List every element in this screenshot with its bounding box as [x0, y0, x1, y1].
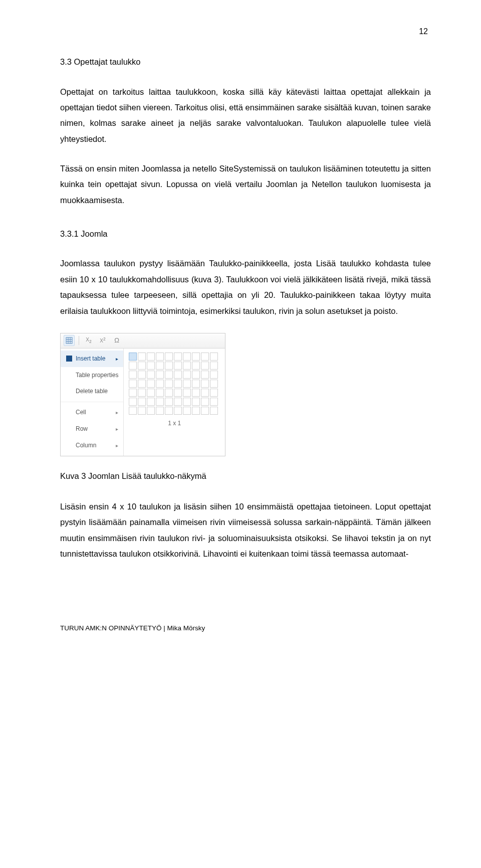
grid-cell[interactable]: [165, 407, 173, 415]
toolbar-subscript-button[interactable]: X2: [83, 335, 94, 346]
grid-cell[interactable]: [156, 371, 164, 379]
grid-cell[interactable]: [156, 398, 164, 406]
toolbar-superscript-button[interactable]: X2: [97, 335, 108, 346]
grid-cell[interactable]: [147, 380, 155, 388]
grid-cell[interactable]: [147, 371, 155, 379]
grid-cell[interactable]: [129, 362, 137, 370]
grid-cell[interactable]: [147, 407, 155, 415]
grid-cell[interactable]: [210, 353, 218, 361]
grid-cell[interactable]: [174, 380, 182, 388]
paragraph-2: Tässä on ensin miten Joomlassa ja netell…: [60, 161, 431, 208]
grid-cell[interactable]: [174, 398, 182, 406]
grid-cell[interactable]: [165, 371, 173, 379]
grid-cell[interactable]: [156, 353, 164, 361]
toolbar-table-button[interactable]: [64, 335, 75, 346]
grid-cell[interactable]: [192, 407, 200, 415]
grid-cell[interactable]: [183, 389, 191, 397]
grid-cell[interactable]: [138, 371, 146, 379]
grid-cell[interactable]: [183, 380, 191, 388]
grid-cell[interactable]: [192, 362, 200, 370]
chevron-right-icon: ▸: [116, 354, 118, 364]
grid-cell[interactable]: [174, 371, 182, 379]
grid-cell[interactable]: [174, 389, 182, 397]
grid-cell[interactable]: [183, 362, 191, 370]
grid-cell[interactable]: [156, 389, 164, 397]
menu-delete-table[interactable]: Delete table: [61, 383, 123, 400]
grid-cell[interactable]: [129, 407, 137, 415]
figure-3-caption: Kuva 3 Joomlan Lisää taulukko-näkymä: [60, 468, 431, 484]
menu-label: Column: [76, 440, 96, 451]
grid-cell[interactable]: [165, 398, 173, 406]
table-size-grid[interactable]: [129, 353, 220, 415]
menu-label: Row: [76, 423, 88, 435]
grid-cell[interactable]: [147, 362, 155, 370]
paragraph-3: Joomlassa taulukon pystyy lisäämään Taul…: [60, 256, 431, 318]
grid-cell[interactable]: [174, 407, 182, 415]
grid-cell[interactable]: [147, 398, 155, 406]
grid-cell[interactable]: [183, 407, 191, 415]
superscript-icon: X2: [100, 335, 105, 345]
blank-icon: [66, 372, 73, 379]
footer-attribution: TURUN AMK:N OPINNÄYTETYÖ | Mika Mörsky: [60, 622, 431, 635]
grid-cell[interactable]: [210, 380, 218, 388]
grid-cell[interactable]: [129, 389, 137, 397]
subscript-icon: X2: [86, 335, 91, 346]
grid-cell[interactable]: [183, 353, 191, 361]
table-menu-column: Insert table ▸ Table properties Delete t…: [61, 349, 124, 456]
grid-cell[interactable]: [165, 353, 173, 361]
blank-icon: [66, 425, 73, 432]
grid-cell[interactable]: [201, 407, 209, 415]
grid-cell[interactable]: [129, 371, 137, 379]
grid-cell[interactable]: [129, 380, 137, 388]
grid-cell[interactable]: [210, 362, 218, 370]
grid-cell[interactable]: [201, 362, 209, 370]
page-number: 12: [60, 24, 431, 39]
grid-cell[interactable]: [129, 398, 137, 406]
grid-cell[interactable]: [138, 398, 146, 406]
menu-table-properties[interactable]: Table properties: [61, 367, 123, 384]
grid-cell[interactable]: [192, 398, 200, 406]
grid-cell[interactable]: [183, 371, 191, 379]
grid-cell[interactable]: [174, 362, 182, 370]
grid-cell[interactable]: [201, 398, 209, 406]
grid-cell[interactable]: [138, 407, 146, 415]
menu-label: Cell: [76, 407, 86, 418]
grid-cell[interactable]: [192, 389, 200, 397]
grid-cell[interactable]: [165, 389, 173, 397]
menu-row[interactable]: Row ▸: [61, 421, 123, 437]
grid-cell[interactable]: [201, 389, 209, 397]
grid-cell[interactable]: [156, 362, 164, 370]
grid-cell[interactable]: [138, 380, 146, 388]
grid-cell[interactable]: [201, 353, 209, 361]
grid-cell[interactable]: [147, 389, 155, 397]
editor-table-dropdown: X2 X2 Ω Insert table ▸: [60, 333, 225, 456]
toolbar-omega-button[interactable]: Ω: [111, 335, 122, 346]
grid-cell[interactable]: [174, 353, 182, 361]
grid-cell[interactable]: [192, 371, 200, 379]
grid-cell[interactable]: [210, 398, 218, 406]
grid-cell[interactable]: [156, 407, 164, 415]
omega-icon: Ω: [114, 334, 119, 347]
chevron-right-icon: ▸: [116, 441, 118, 450]
grid-cell[interactable]: [201, 380, 209, 388]
grid-cell[interactable]: [138, 353, 146, 361]
grid-cell[interactable]: [210, 371, 218, 379]
grid-cell[interactable]: [210, 389, 218, 397]
grid-cell[interactable]: [192, 353, 200, 361]
grid-cell[interactable]: [183, 398, 191, 406]
grid-cell[interactable]: [165, 380, 173, 388]
grid-cell[interactable]: [201, 371, 209, 379]
blank-icon: [66, 409, 73, 416]
grid-cell[interactable]: [129, 353, 137, 361]
grid-cell[interactable]: [138, 362, 146, 370]
grid-cell[interactable]: [147, 353, 155, 361]
grid-cell[interactable]: [165, 362, 173, 370]
grid-cell[interactable]: [210, 407, 218, 415]
menu-column[interactable]: Column ▸: [61, 437, 123, 454]
grid-cell[interactable]: [156, 380, 164, 388]
menu-cell[interactable]: Cell ▸: [61, 404, 123, 421]
menu-insert-table[interactable]: Insert table ▸: [61, 351, 123, 367]
grid-cell[interactable]: [138, 389, 146, 397]
grid-cell[interactable]: [192, 380, 200, 388]
paragraph-4: Lisäsin ensin 4 x 10 taulukon ja lisäsin…: [60, 499, 431, 562]
